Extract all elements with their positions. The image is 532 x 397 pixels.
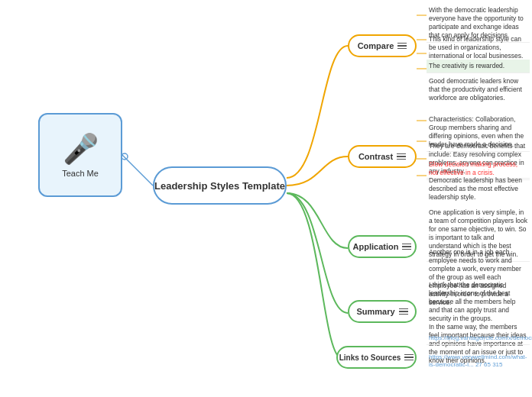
svg-line-0 (122, 155, 153, 186)
svg-point-1 (122, 153, 128, 160)
contrast-menu-icon (397, 153, 406, 160)
contrast-label: Contrast (358, 152, 393, 161)
central-node[interactable]: Leadership Styles Template (153, 166, 287, 205)
compare-label: Compare (358, 41, 394, 50)
summary-label: Summary (356, 307, 394, 316)
compare-text-3: The creativity is rewarded. (427, 60, 530, 73)
compare-menu-icon (397, 43, 407, 50)
mind-map-canvas: 🎤 Teach Me Leadership Styles Template Co… (0, 0, 532, 397)
compare-node[interactable]: Compare (348, 34, 417, 57)
contrast-node[interactable]: Contrast (348, 145, 417, 168)
compare-card-3: The creativity is rewarded. (427, 60, 530, 73)
central-node-label: Leadership Styles Template (154, 180, 285, 192)
links-text-1: https://blog.vantageircle.com/x/democrat… (427, 332, 530, 345)
teach-me-node[interactable]: 🎤 Teach Me (38, 113, 122, 197)
microphone-icon: 🎤 (63, 132, 99, 166)
summary-node[interactable]: Summary (348, 300, 417, 323)
contrast-text-4: Democratic leadership has been described… (427, 174, 530, 204)
compare-text-4: Good democratic leaders know that the pr… (427, 75, 530, 105)
application-label: Application (353, 242, 399, 251)
compare-card-4: Good democratic leaders know that the pr… (427, 75, 530, 105)
image-node-label: Teach Me (62, 169, 99, 178)
links-text-2: https://www.verywellmind.com/what-is-dem… (427, 351, 530, 372)
links-label: Links to Sources (339, 353, 401, 362)
links-menu-icon (404, 354, 414, 361)
links-node[interactable]: Links to Sources (336, 346, 417, 369)
links-card-1: https://blog.vantageircle.com/x/democrat… (427, 332, 530, 345)
application-node[interactable]: Application (348, 235, 417, 258)
application-menu-icon (402, 244, 411, 250)
contrast-card-4: Democratic leadership has been described… (427, 174, 530, 204)
links-card-2: https://www.verywellmind.com/what-is-dem… (427, 351, 530, 372)
summary-menu-icon (399, 308, 408, 315)
